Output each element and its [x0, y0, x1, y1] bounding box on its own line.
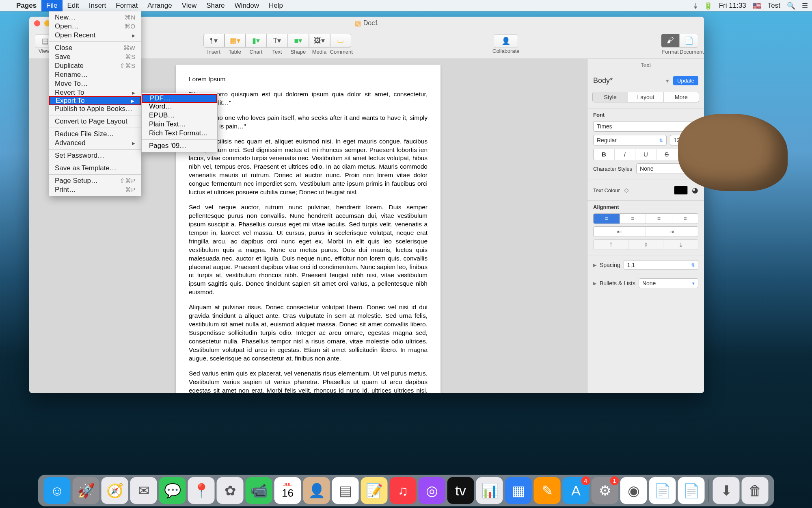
- font-weight-select[interactable]: Regular⇅: [593, 135, 667, 145]
- file-close[interactable]: Close⌘W: [49, 43, 141, 52]
- dock-notes[interactable]: 📝: [361, 477, 388, 504]
- dock-mail[interactable]: ✉: [130, 477, 157, 504]
- file-convert[interactable]: Convert to Page Layout: [49, 117, 141, 126]
- menu-file[interactable]: File: [41, 0, 62, 11]
- dock-launchpad[interactable]: 🚀: [73, 477, 99, 504]
- dock-preferences[interactable]: ⚙1: [592, 477, 618, 504]
- menu-format[interactable]: Format: [111, 0, 143, 11]
- dock-facetime[interactable]: 📹: [246, 477, 272, 504]
- align-center-button[interactable]: ≡: [620, 214, 646, 224]
- file-open-recent[interactable]: Open Recent: [49, 31, 141, 40]
- dock-music[interactable]: ♫: [390, 477, 417, 504]
- export-plain[interactable]: Plain Text…: [142, 120, 217, 129]
- dock-finder[interactable]: ☺: [44, 477, 71, 504]
- file-template[interactable]: Save as Template…: [49, 164, 141, 173]
- font-family-select[interactable]: Times⇅: [593, 121, 698, 132]
- menu-view[interactable]: View: [177, 0, 202, 11]
- file-rename[interactable]: Rename…: [49, 70, 141, 79]
- comment-button[interactable]: ▭: [330, 34, 351, 48]
- file-publish[interactable]: Publish to Apple Books…: [49, 104, 141, 113]
- export-word[interactable]: Word…: [142, 102, 217, 111]
- dock-downloads[interactable]: ⬇: [713, 477, 740, 504]
- menu-help[interactable]: Help: [264, 0, 288, 11]
- export-pdf[interactable]: PDF…: [142, 94, 217, 103]
- dock-calendar[interactable]: JUL16: [274, 477, 301, 504]
- dock-keynote[interactable]: ▦: [505, 477, 532, 504]
- close-icon[interactable]: [34, 20, 40, 26]
- dock-appstore[interactable]: A4: [563, 477, 590, 504]
- file-reduce[interactable]: Reduce File Size…: [49, 130, 141, 139]
- bold-button[interactable]: B: [594, 149, 615, 160]
- dock-maps[interactable]: 📍: [188, 477, 215, 504]
- dock-textedit2[interactable]: 📄: [678, 477, 705, 504]
- align-justify-button[interactable]: ≡: [672, 214, 698, 224]
- dock-numbers[interactable]: 📊: [476, 477, 503, 504]
- app-name[interactable]: Pages: [11, 0, 41, 11]
- menu-window[interactable]: Window: [230, 0, 264, 11]
- disclosure-icon[interactable]: ▶: [593, 263, 596, 268]
- file-password[interactable]: Set Password…: [49, 151, 141, 160]
- document-button[interactable]: 📄: [680, 34, 698, 48]
- text-colour-swatch[interactable]: [674, 186, 688, 195]
- valign-bot-button[interactable]: ⤓: [663, 240, 698, 250]
- underline-button[interactable]: U: [635, 149, 657, 160]
- valign-mid-button[interactable]: ⇕: [628, 240, 663, 250]
- tab-layout[interactable]: Layout: [628, 92, 663, 102]
- wifi-icon[interactable]: ⏚: [693, 2, 698, 10]
- dock-safari[interactable]: 🧭: [102, 477, 128, 504]
- export-epub[interactable]: EPUB…: [142, 111, 217, 120]
- battery-icon[interactable]: 🔋: [704, 2, 713, 10]
- valign-top-button[interactable]: ⤒: [594, 240, 628, 250]
- tab-more[interactable]: More: [664, 92, 699, 102]
- file-moveto[interactable]: Move To…: [49, 79, 141, 88]
- dock-contacts[interactable]: 👤: [303, 477, 330, 504]
- menu-edit[interactable]: Edit: [63, 0, 84, 11]
- align-right-button[interactable]: ≡: [646, 214, 672, 224]
- insert-button[interactable]: ¶▾: [203, 34, 225, 48]
- colour-wheel-icon[interactable]: ◕: [692, 186, 698, 195]
- dock-messages[interactable]: 💬: [159, 477, 186, 504]
- dock-trash[interactable]: 🗑: [742, 477, 769, 504]
- file-open[interactable]: Open…⌘O: [49, 22, 141, 31]
- clock[interactable]: Fri 11:33: [719, 2, 746, 10]
- tab-style[interactable]: Style: [593, 92, 628, 102]
- file-save[interactable]: Save⌘S: [49, 52, 141, 61]
- menu-arrange[interactable]: Arrange: [143, 0, 177, 11]
- disclosure-icon[interactable]: ▶: [593, 281, 596, 286]
- font-gear-button[interactable]: ⚙▾: [677, 149, 698, 160]
- font-size-field[interactable]: 12 pt⇅: [670, 135, 698, 145]
- format-button[interactable]: 🖌: [661, 34, 680, 48]
- table-button[interactable]: ▦▾: [225, 34, 246, 48]
- update-button[interactable]: Update: [673, 76, 698, 85]
- user-name[interactable]: Test: [768, 2, 780, 10]
- char-styles-select[interactable]: None▾: [636, 163, 698, 174]
- file-new[interactable]: New…⌘N: [49, 13, 141, 22]
- dock-reminders[interactable]: ▤: [332, 477, 359, 504]
- menu-insert[interactable]: Insert: [84, 0, 111, 11]
- dock-chrome[interactable]: ◉: [620, 477, 647, 504]
- flag-icon[interactable]: 🇺🇸: [753, 2, 761, 10]
- file-duplicate[interactable]: Duplicate⇧⌘S: [49, 61, 141, 70]
- dock-textedit[interactable]: 📄: [649, 477, 676, 504]
- chevron-down-icon[interactable]: ▾: [666, 77, 669, 85]
- control-center-icon[interactable]: ☰: [802, 2, 808, 10]
- spotlight-icon[interactable]: 🔍: [787, 2, 795, 10]
- indent-button[interactable]: ⇥: [646, 227, 698, 237]
- bullets-select[interactable]: None▾: [639, 278, 698, 288]
- file-pagesetup[interactable]: Page Setup…⇧⌘P: [49, 176, 141, 185]
- file-export[interactable]: Export To: [49, 96, 141, 105]
- media-button[interactable]: 🖼▾: [309, 34, 330, 48]
- paragraph-style[interactable]: Body*: [593, 76, 662, 85]
- dock-photos[interactable]: ✿: [217, 477, 244, 504]
- menu-share[interactable]: Share: [201, 0, 229, 11]
- file-advanced[interactable]: Advanced: [49, 139, 141, 148]
- collaborate-button[interactable]: 👤: [494, 34, 518, 48]
- spacing-select[interactable]: 1,1⇅: [624, 260, 698, 270]
- text-button[interactable]: T▾: [267, 34, 288, 48]
- export-pages09[interactable]: Pages '09…: [142, 141, 217, 150]
- dock-podcasts[interactable]: ◎: [419, 477, 445, 504]
- file-print[interactable]: Print…⌘P: [49, 185, 141, 194]
- align-left-button[interactable]: ≡: [594, 214, 620, 224]
- shape-button[interactable]: ■▾: [288, 34, 309, 48]
- dock-pages[interactable]: ✎: [534, 477, 561, 504]
